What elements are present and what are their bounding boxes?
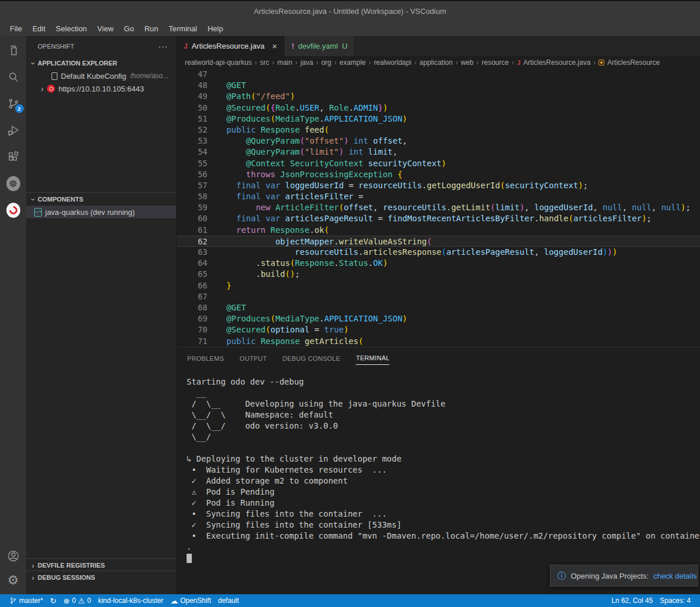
namespace-status[interactable]: default <box>214 597 242 605</box>
line-number[interactable]: 51 <box>177 114 207 125</box>
breadcrumb-item[interactable]: example <box>340 58 366 67</box>
code-line[interactable]: 69 @Produces(MediaType.APPLICATION_JSON) <box>177 313 700 324</box>
cursor-position-status[interactable]: Ln 62, Col 45 <box>608 597 656 605</box>
breadcrumb-item[interactable]: resource <box>482 58 509 67</box>
line-number[interactable]: 65 <box>177 269 207 280</box>
line-number[interactable]: 59 <box>177 202 207 213</box>
line-number[interactable]: 70 <box>177 324 207 335</box>
menu-item-run[interactable]: Run <box>139 23 163 35</box>
breadcrumb-item[interactable]: realworld-api-quarkus <box>185 58 251 67</box>
line-number[interactable]: 63 <box>177 247 207 258</box>
tab-output[interactable]: OUTPUT <box>240 352 267 365</box>
sync-icon[interactable]: ↻ <box>46 597 60 605</box>
line-number[interactable]: 60 <box>177 213 207 224</box>
search-icon[interactable] <box>6 70 20 84</box>
line-number[interactable]: 49 <box>177 91 207 102</box>
tab-devfile-yaml[interactable]: ! devfile.yaml U <box>285 36 355 56</box>
k8s-context-status[interactable]: kind-local-k8s-cluster <box>94 597 167 605</box>
code-line[interactable]: 68 @GET <box>177 302 700 313</box>
breadcrumb-item[interactable]: web <box>461 58 473 67</box>
code-line[interactable]: 55 @Context SecurityContext securityCont… <box>177 158 700 169</box>
line-number[interactable]: 56 <box>177 169 207 180</box>
explorer-icon[interactable] <box>6 43 20 57</box>
code-editor[interactable]: 4748 @GET49 @Path("/feed")50 @Secured({R… <box>177 69 700 347</box>
line-number[interactable]: 62 <box>177 236 207 246</box>
breadcrumb-item[interactable]: src <box>260 58 269 67</box>
line-number[interactable]: 53 <box>177 136 207 147</box>
breadcrumb-symbol[interactable]: ArticlesResource <box>607 58 660 67</box>
code-line[interactable]: 64 .status(Response.Status.OK) <box>177 258 700 269</box>
code-line[interactable]: 66 } <box>177 280 700 291</box>
code-line[interactable]: 60 final var articlesPageResult = findMo… <box>177 213 700 224</box>
breadcrumb-item[interactable]: java <box>300 58 313 67</box>
openshift-icon[interactable] <box>6 203 20 217</box>
line-number[interactable]: 64 <box>177 258 207 269</box>
branch-status[interactable]: master* <box>6 597 46 605</box>
code-line[interactable]: 71 public Response getArticles( <box>177 336 700 347</box>
section-application-explorer[interactable]: › APPLICATION EXPLORER <box>26 57 176 70</box>
code-line[interactable]: 51 @Produces(MediaType.APPLICATION_JSON) <box>177 114 700 125</box>
breadcrumb-item[interactable]: org <box>321 58 331 67</box>
line-number[interactable]: 67 <box>177 291 207 302</box>
notification-toast[interactable]: ⓘ Opening Java Projects: check details <box>550 565 698 587</box>
section-debug-sessions[interactable]: › DEBUG SESSIONS <box>26 571 176 584</box>
kubernetes-icon[interactable]: ☸ <box>6 177 20 191</box>
tree-item-cluster[interactable]: › https://10.10.10.105:6443 <box>26 82 176 95</box>
settings-gear-icon[interactable]: ⚙ <box>6 573 20 587</box>
tab-terminal[interactable]: TERMINAL <box>356 351 389 365</box>
line-number[interactable]: 48 <box>177 80 207 91</box>
problems-status[interactable]: ⊗ 0 ⚠ 0 <box>60 597 94 605</box>
openshift-status[interactable]: ☁ OpenShift <box>167 597 214 605</box>
tree-item-kubeconfig[interactable]: Default KubeConfig /home/aso... <box>26 70 176 82</box>
code-line[interactable]: 53 @QueryParam("offset") int offset, <box>177 136 700 147</box>
check-details-link[interactable]: check details <box>653 572 697 580</box>
line-number[interactable]: 61 <box>177 225 207 236</box>
line-number[interactable]: 55 <box>177 158 207 169</box>
code-line[interactable]: 47 <box>177 69 700 80</box>
line-number[interactable]: 71 <box>177 336 207 347</box>
line-number[interactable]: 52 <box>177 125 207 136</box>
menu-item-go[interactable]: Go <box>119 23 139 35</box>
code-line[interactable]: 50 @Secured({Role.USER, Role.ADMIN}) <box>177 103 700 114</box>
terminal-output[interactable]: Starting odo dev --debug __ / \__ Develo… <box>177 368 700 594</box>
breadcrumb-item[interactable]: application <box>420 58 453 67</box>
extensions-icon[interactable] <box>6 150 20 164</box>
line-number[interactable]: 68 <box>177 302 207 313</box>
code-line[interactable]: 48 @GET <box>177 80 700 91</box>
menu-item-terminal[interactable]: Terminal <box>163 23 202 35</box>
code-line[interactable]: 67 <box>177 291 700 302</box>
run-debug-icon[interactable] <box>6 123 20 137</box>
tab-problems[interactable]: PROBLEMS <box>187 352 224 365</box>
section-devfile-registries[interactable]: › DEVFILE REGISTRIES <box>26 559 176 572</box>
line-number[interactable]: 47 <box>177 69 207 80</box>
code-line[interactable]: 62 objectMapper.writeValueAsString( <box>177 236 700 247</box>
menu-item-file[interactable]: File <box>5 23 27 35</box>
code-line[interactable]: 59 new ArticleFilter(offset, resourceUti… <box>177 202 700 213</box>
code-line[interactable]: 56 throws JsonProcessingException { <box>177 169 700 180</box>
line-number[interactable]: 50 <box>177 103 207 114</box>
line-number[interactable]: 69 <box>177 313 207 324</box>
code-line[interactable]: 61 return Response.ok( <box>177 225 700 236</box>
tree-item-java-quarkus[interactable]: </> java-quarkus (dev running) <box>26 206 176 218</box>
indentation-status[interactable]: Spaces: 4 <box>657 597 694 605</box>
code-line[interactable]: 54 @QueryParam("limit") int limit, <box>177 147 700 158</box>
line-number[interactable]: 58 <box>177 191 207 202</box>
line-number[interactable]: 66 <box>177 280 207 291</box>
line-number[interactable]: 57 <box>177 180 207 191</box>
menu-item-help[interactable]: Help <box>202 23 228 35</box>
code-line[interactable]: 63 resourceUtils.articlesResponse(articl… <box>177 247 700 258</box>
menu-item-view[interactable]: View <box>92 23 119 35</box>
close-icon[interactable]: × <box>272 41 277 51</box>
breadcrumb-item[interactable]: realworldapi <box>374 58 411 67</box>
code-line[interactable]: 58 final var articlesFilter = <box>177 191 700 202</box>
code-line[interactable]: 57 final var loggedUserId = resourceUtil… <box>177 180 700 191</box>
breadcrumb-item[interactable]: main <box>277 58 292 67</box>
line-number[interactable]: 54 <box>177 147 207 158</box>
menu-item-selection[interactable]: Selection <box>50 23 92 35</box>
code-line[interactable]: 65 .build(); <box>177 269 700 280</box>
tab-articlesresource-java[interactable]: J ArticlesResource.java × <box>177 36 285 56</box>
breadcrumb-file[interactable]: ArticlesResource.java <box>523 58 590 67</box>
tab-debug-console[interactable]: DEBUG CONSOLE <box>283 352 341 365</box>
code-line[interactable]: 49 @Path("/feed") <box>177 91 700 102</box>
account-icon[interactable] <box>6 549 20 563</box>
